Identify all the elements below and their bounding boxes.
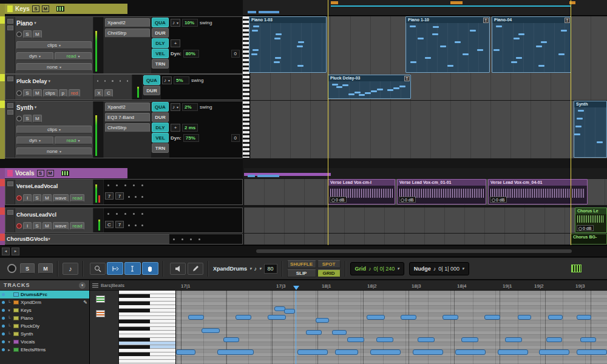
midi-note-tool-button[interactable]: ♪ <box>63 263 78 275</box>
clip-midi[interactable]: Pluck Delay-03T <box>328 75 411 99</box>
track-show-dot[interactable] <box>2 332 5 335</box>
grabber-tool-button[interactable] <box>142 262 158 275</box>
duration-button[interactable]: DUR <box>143 86 160 95</box>
voice-selector[interactable]: C <box>105 221 114 228</box>
caret-icon[interactable]: ▾ <box>49 79 51 84</box>
clip-gain-badge[interactable]: 0 dB <box>399 197 416 203</box>
track-title[interactable]: Piano <box>16 20 33 27</box>
mode-spot-button[interactable]: SPOT <box>317 260 341 268</box>
track-color-chip[interactable] <box>0 207 5 215</box>
solo-button[interactable]: S <box>23 115 32 123</box>
track-name[interactable]: Synth <box>21 331 33 337</box>
solo-button[interactable]: S <box>33 194 41 202</box>
insert-slot[interactable]: ChnlStrp <box>105 29 150 38</box>
indicator-dot[interactable] <box>135 224 137 226</box>
timelock-badge[interactable]: T <box>483 18 489 23</box>
clip-midi[interactable]: Piano 1-10T <box>405 16 490 73</box>
note-icon[interactable]: ♪ <box>433 266 436 272</box>
track-title[interactable]: VerseLeadVocal <box>16 183 58 189</box>
track-color-chip[interactable] <box>0 101 5 108</box>
indicator-dot[interactable] <box>116 184 118 186</box>
track-list-item-efectsrtrns[interactable]: ▸EfectsRtrns <box>0 346 89 354</box>
tracks-menu-button[interactable]: ▾ <box>79 282 86 289</box>
automation-mode-dropdown[interactable]: read <box>70 194 84 202</box>
mode-grid-button[interactable]: GRID <box>317 269 341 277</box>
timelock-badge[interactable]: T <box>404 76 410 81</box>
voice-selector[interactable]: 7 <box>115 221 124 228</box>
track-show-dot[interactable] <box>2 309 5 312</box>
tree-glyph[interactable]: └ <box>7 300 12 305</box>
track-view-dropdown[interactable]: clips <box>16 126 92 133</box>
record-enable-button[interactable] <box>16 195 22 201</box>
timelock-badge[interactable]: T <box>565 18 570 23</box>
voice-selector[interactable]: 7 <box>115 192 124 200</box>
record-button[interactable] <box>7 264 16 273</box>
track-show-dot[interactable] <box>2 317 5 320</box>
freeze-icon[interactable] <box>7 76 13 81</box>
tree-glyph[interactable]: └ <box>7 332 12 336</box>
midi-note[interactable] <box>577 315 591 320</box>
conform-button[interactable]: C <box>104 89 113 97</box>
indicator-dot[interactable] <box>128 224 130 226</box>
input-monitor-button[interactable]: I <box>23 222 32 230</box>
velocity-button[interactable]: VEL <box>152 133 169 143</box>
clip-audio[interactable]: Verse Lead Vox-cm-l0 dB <box>328 179 395 204</box>
track-list-item-vocals[interactable]: ▾Vocals <box>0 338 89 346</box>
track-color-chip[interactable] <box>0 179 5 186</box>
trim-tool-button[interactable] <box>107 262 123 275</box>
selector-tool-button[interactable] <box>124 262 141 275</box>
midi-note[interactable] <box>546 337 562 342</box>
midi-note[interactable] <box>367 315 385 320</box>
delay-amount[interactable]: 2 ms <box>182 124 198 132</box>
midi-note[interactable] <box>306 330 322 335</box>
midi-note[interactable] <box>455 349 486 355</box>
midi-note[interactable] <box>577 349 607 355</box>
delay-button[interactable]: DLY <box>152 123 169 132</box>
arrangement-area[interactable]: Piano 1-03Piano 1-10TPiano-04TPluck Dela… <box>243 0 607 245</box>
playlist-button[interactable]: p <box>59 89 67 97</box>
quantize-note-icon[interactable]: ♪ <box>162 76 172 84</box>
midi-note[interactable] <box>335 349 358 355</box>
track-show-dot[interactable] <box>2 340 5 343</box>
midi-note[interactable] <box>580 337 596 342</box>
track-color-chip[interactable] <box>0 16 5 24</box>
indicator-dot[interactable] <box>135 196 137 198</box>
quantize-note-icon[interactable]: ♪ <box>171 103 180 111</box>
midi-note[interactable] <box>376 337 393 342</box>
track-header-verse-lead-vocal[interactable]: VerseLeadVocal I S M wave read 7 7 <box>5 179 243 205</box>
quantize-button[interactable]: QUA <box>152 18 169 27</box>
nudge-value-readout[interactable]: Nudge ♪ 0| 1| 000 ▾ <box>409 262 469 275</box>
indicator-dot[interactable] <box>124 184 126 186</box>
piano-key[interactable] <box>119 360 175 363</box>
track-show-dot[interactable] <box>2 348 5 351</box>
track-options-icon[interactable] <box>7 25 13 30</box>
track-list-item-xpnddrm[interactable]: └XpndDrm✎ <box>0 298 89 306</box>
indicator-dot[interactable] <box>173 238 175 240</box>
indicator-dot[interactable] <box>198 238 200 240</box>
group-bar-vocals[interactable]: Vocals S M <box>5 168 127 178</box>
group-color-chip[interactable] <box>7 170 13 177</box>
note-icon[interactable]: ♪ <box>368 266 371 272</box>
tree-glyph[interactable]: └ <box>7 316 12 320</box>
midi-note[interactable] <box>484 315 500 320</box>
pencil-icon[interactable]: ✎ <box>83 300 87 305</box>
clip-audio-green[interactable]: Chorus Le0 dB <box>575 207 607 233</box>
scrollbar-thumb[interactable] <box>256 249 572 253</box>
clip-midi[interactable]: Piano 1-03 <box>249 16 327 73</box>
track-name[interactable]: Keys <box>21 308 32 313</box>
midi-note[interactable] <box>443 315 458 320</box>
track-view-dropdown[interactable]: clips <box>16 41 92 49</box>
target-playlist-dropdown[interactable]: XpandDrums ▾ ♪ ▾ 80 <box>213 264 277 274</box>
crossfade-button[interactable]: X <box>95 89 103 97</box>
track-title[interactable]: ChorusBGVocls <box>7 236 48 242</box>
record-enable-button[interactable] <box>16 32 22 37</box>
caret-icon[interactable]: ▾ <box>35 105 37 110</box>
indicator-dot[interactable] <box>141 196 143 198</box>
note-icon[interactable]: ♪ <box>254 266 257 272</box>
automation-mode-dropdown[interactable]: read <box>55 52 92 60</box>
track-title[interactable]: Synth <box>16 104 33 111</box>
midi-note[interactable] <box>401 315 416 320</box>
indicator-dot[interactable] <box>112 80 113 82</box>
track-name[interactable]: Vocals <box>21 339 35 345</box>
indicator-dot[interactable] <box>104 80 106 82</box>
